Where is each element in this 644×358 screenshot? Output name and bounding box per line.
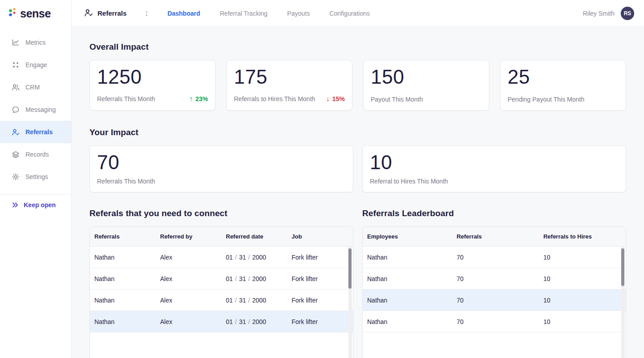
tab-payouts[interactable]: Payouts [287, 10, 310, 17]
table-row[interactable]: Nathan Alex 01/31/2000 Fork lifter [90, 268, 353, 290]
leaderboard-table: Employees Referrals Referrals to Hires N… [362, 226, 626, 358]
person-check-icon [12, 128, 20, 136]
cell-referred-date: 01/31/2000 [221, 297, 287, 304]
chat-icon [12, 106, 20, 114]
stat-label: Pending Payout This Month [508, 96, 585, 103]
sidebar-item-settings[interactable]: Settings [0, 166, 71, 188]
stat-delta: ↑23% [189, 95, 208, 103]
leaderboard-section: Referrals Leaderboard Employees Referral… [362, 209, 626, 358]
stat-label: Payout This Month [371, 96, 423, 103]
cell-job: Fork lifter [287, 275, 353, 282]
stat-value: 1250 [97, 66, 208, 88]
date-separator: / [248, 254, 250, 261]
tab-dashboard[interactable]: Dashboard [167, 10, 200, 17]
table-row[interactable]: Nathan 70 10 [363, 268, 626, 290]
keep-open-button[interactable]: Keep open [12, 201, 71, 209]
table-row[interactable]: Nathan Alex 01/31/2000 Fork lifter [90, 290, 353, 311]
stat-value: 70 [97, 151, 346, 173]
scrollbar[interactable] [621, 247, 625, 358]
stat-card-referrals-this-month: 1250 Referrals This Month ↑23% [89, 60, 216, 111]
date-separator: / [235, 318, 237, 325]
column-header-referrals: Referrals [452, 233, 539, 240]
stat-value: 150 [371, 66, 482, 88]
date-separator: / [235, 275, 237, 282]
cell-employee: Nathan [363, 297, 452, 304]
table-header: Referrals Referred by Referred date Job [90, 227, 353, 247]
cell-job: Fork lifter [287, 297, 353, 304]
sidebar-item-label: Settings [25, 173, 48, 180]
cell-referrals: 70 [452, 275, 539, 282]
stat-card-pending-payout: 25 Pending Payout This Month [500, 60, 626, 111]
scrollbar[interactable] [348, 247, 352, 358]
sense-logo-icon [8, 7, 17, 20]
date-separator: / [235, 254, 237, 261]
stat-label: Referrals to Hires This Month [234, 95, 315, 102]
connect-table-section: Referals that you need to connect Referr… [89, 209, 353, 358]
cell-referred-date: 01/31/2000 [221, 275, 287, 282]
connect-table-title: Referals that you need to connect [89, 209, 353, 218]
scrollbar-thumb[interactable] [348, 248, 352, 289]
user-name: Riley Smith [583, 10, 614, 17]
date-month: 01 [226, 318, 233, 325]
stat-value: 25 [508, 66, 619, 88]
topbar: Referrals : Dashboard Referral Tracking … [72, 0, 644, 27]
date-month: 01 [226, 297, 233, 304]
gear-icon [12, 173, 20, 181]
cell-employee: Nathan [363, 318, 452, 325]
table-row[interactable]: Nathan 70 10 [363, 311, 626, 332]
date-separator: / [248, 297, 250, 304]
sidebar-item-messaging[interactable]: Messaging [0, 98, 71, 121]
table-row-highlighted[interactable]: Nathan Alex 01/31/2000 Fork lifter [90, 311, 353, 332]
sidebar-item-engage[interactable]: Engage [0, 54, 71, 76]
stat-label: Referral to Hires This Month [370, 178, 448, 185]
cell-referral: Nathan [90, 318, 156, 325]
sidebar-item-metrics[interactable]: Metrics [0, 31, 71, 54]
cell-referral: Nathan [90, 254, 156, 261]
column-header-job: Job [287, 233, 353, 240]
app-root: sense Metrics Engage [0, 0, 644, 358]
table-row-highlighted[interactable]: Nathan 70 10 [363, 290, 626, 311]
cell-referred-by: Alex [156, 318, 221, 325]
date-separator: / [248, 318, 250, 325]
stat-delta: ↓15% [326, 95, 345, 103]
cell-referrals: 70 [452, 297, 539, 304]
scrollbar-thumb[interactable] [621, 248, 624, 286]
date-day: 31 [239, 254, 246, 261]
stat-card-your-referrals: 70 Referrals This Month [89, 145, 353, 192]
trend-up-icon: ↑ [189, 95, 193, 103]
cell-referred-by: Alex [156, 254, 221, 261]
cell-employee: Nathan [363, 254, 452, 261]
cell-job: Fork lifter [287, 254, 353, 261]
date-separator: / [235, 297, 237, 304]
column-header-referrals: Referrals [90, 233, 156, 240]
your-impact-cards: 70 Referrals This Month 10 Referral to H… [89, 145, 626, 192]
date-day: 31 [239, 275, 246, 282]
topbar-section-label: Referrals [97, 9, 127, 17]
person-check-icon [84, 8, 93, 18]
date-year: 2000 [252, 254, 266, 261]
column-header-referrals-to-hires: Referrals to Hires [539, 233, 626, 240]
sidebar-footer: Keep open [0, 194, 71, 209]
leaderboard-title: Referrals Leaderboard [362, 209, 626, 218]
date-separator: / [248, 275, 250, 282]
table-row[interactable]: Nathan Alex 01/31/2000 Fork lifter [90, 247, 353, 268]
overall-impact-title: Overall Impact [89, 42, 626, 52]
sidebar-item-crm[interactable]: CRM [0, 76, 71, 98]
sidebar-item-records[interactable]: Records [0, 143, 71, 166]
stat-label: Referrals This Month [97, 95, 155, 102]
topbar-tabs: Dashboard Referral Tracking Payouts Conf… [167, 10, 370, 17]
cell-referral: Nathan [90, 275, 156, 282]
cell-referral: Nathan [90, 297, 156, 304]
cell-referred-by: Alex [156, 297, 221, 304]
overall-impact-cards: 1250 Referrals This Month ↑23% 175 Refer… [89, 60, 626, 111]
tab-configurations[interactable]: Configurations [330, 10, 370, 17]
sidebar-item-referrals[interactable]: Referrals [0, 121, 71, 143]
table-row[interactable]: Nathan 70 10 [363, 247, 626, 268]
column-header-employees: Employees [363, 233, 452, 240]
cell-employee: Nathan [363, 275, 452, 282]
stat-card-referrals-to-hires: 175 Referrals to Hires This Month ↓15% [226, 60, 352, 111]
tab-referral-tracking[interactable]: Referral Tracking [220, 10, 268, 17]
avatar[interactable]: RS [621, 7, 634, 20]
cell-hires: 10 [539, 275, 626, 282]
tables-section: Referals that you need to connect Referr… [89, 209, 626, 358]
